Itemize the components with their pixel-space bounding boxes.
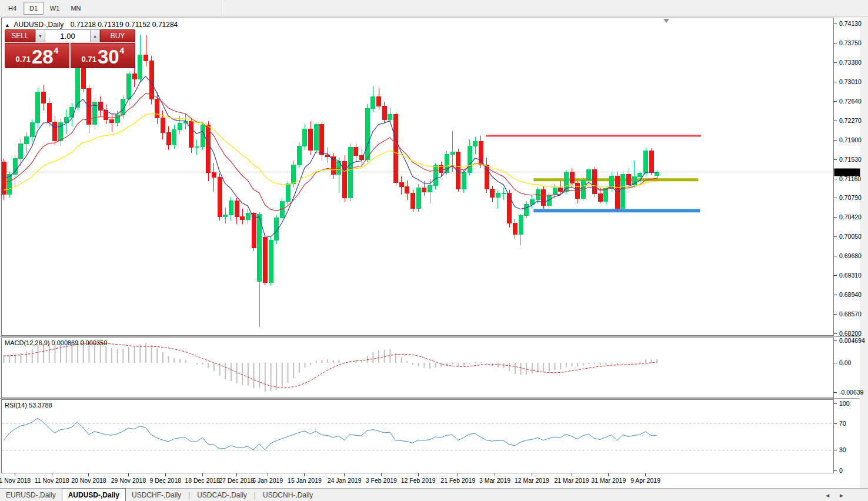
buy-price-button[interactable]: 0.71 30 4	[71, 43, 135, 68]
date-axis-label: 24 Jan 2019	[328, 477, 362, 484]
date-axis-label: 3 Feb 2019	[366, 477, 397, 484]
candle-body	[519, 215, 523, 234]
one-click-trading-panel: SELL ▼ ▲ BUY 0.71 28 4 0.71 30 4	[5, 29, 135, 68]
timeframe-button-mn[interactable]: MN	[66, 2, 86, 15]
timeframe-button-d1[interactable]: D1	[24, 2, 44, 15]
sell-price-pips: 28	[32, 48, 54, 66]
date-axis-label: 12 Feb 2019	[401, 477, 436, 484]
buy-price-point: 4	[120, 46, 125, 55]
date-axis-label: 18 Dec 2018	[185, 477, 220, 484]
tab-scroll-left-icon[interactable]: ◄	[824, 492, 830, 499]
macd-axis-label: 0.004694	[839, 337, 865, 344]
sell-price-point: 4	[54, 46, 59, 55]
tab-audusd[interactable]: AUDUSD-,Daily	[62, 488, 126, 501]
tab-usdchf[interactable]: USDCHF-,Daily	[126, 489, 187, 501]
toolbar-separator	[222, 2, 223, 15]
candle-body	[587, 170, 591, 181]
buy-price-pips: 30	[98, 48, 119, 66]
candle-body	[115, 115, 119, 123]
tab-usdcad[interactable]: USDCAD-,Daily	[191, 489, 253, 501]
rsi-axis-label: 100	[839, 400, 850, 407]
date-axis-label: 12 Mar 2019	[515, 477, 549, 484]
chart-title: ▲ AUDUSD-,Daily 0.71218 0.71319 0.71152 …	[5, 21, 178, 29]
candle-body	[348, 148, 352, 198]
buy-button[interactable]: BUY	[100, 29, 135, 42]
candle-body	[655, 172, 659, 176]
price-axis-label: 0.74130	[839, 20, 862, 27]
sell-price-prefix: 0.71	[16, 55, 31, 64]
candle-body	[542, 190, 546, 206]
candle-body	[47, 103, 51, 122]
candle-body	[405, 186, 409, 193]
candle-body	[416, 188, 420, 209]
candle-body	[513, 223, 517, 235]
candle-body	[559, 188, 563, 191]
candle-body	[354, 148, 358, 155]
candle-body	[132, 74, 136, 79]
date-axis-label: 21 Feb 2019	[440, 477, 475, 484]
sell-button[interactable]: SELL	[5, 29, 35, 42]
candle-body	[25, 137, 29, 144]
candle-body	[206, 125, 211, 172]
volume-input[interactable]	[45, 29, 90, 42]
candle-body	[212, 172, 216, 177]
date-axis-label: 9 Apr 2019	[630, 477, 660, 484]
candle-body	[314, 125, 318, 151]
candle-body	[292, 165, 296, 184]
price-axis-label: 0.71900	[839, 136, 862, 143]
candle-body	[30, 123, 34, 137]
candle-body	[161, 118, 165, 133]
tab-scroll-right-icon[interactable]: ►	[839, 492, 844, 499]
candle-body	[286, 184, 290, 201]
tab-eurusd[interactable]: EURUSD-,Daily	[0, 489, 62, 501]
candle-body	[598, 194, 602, 201]
candle-body	[593, 170, 597, 194]
candle-body	[269, 240, 273, 283]
timeframe-button-h4[interactable]: H4	[2, 2, 22, 15]
price-axis-label: 0.68940	[839, 291, 862, 298]
candle-body	[8, 175, 12, 195]
candle-body	[627, 174, 631, 185]
volume-decrease-button[interactable]: ▼	[35, 29, 45, 42]
candle-body	[303, 129, 307, 146]
candle-body	[604, 189, 608, 201]
tab-separator: |	[188, 491, 190, 499]
timeframe-toolbar: H4D1W1MN	[0, 0, 868, 16]
candle-body	[201, 125, 205, 146]
timeframe-button-w1[interactable]: W1	[45, 2, 65, 15]
volume-increase-button[interactable]: ▲	[90, 29, 100, 42]
price-axis-label: 0.72640	[839, 98, 862, 105]
candle-body	[433, 166, 438, 186]
tab-scroll-arrows: ◄►	[824, 492, 844, 499]
date-axis-label: 1 Nov 2018	[0, 477, 31, 484]
candle-body	[229, 201, 233, 215]
candle-body	[508, 193, 512, 223]
candle-body	[252, 213, 256, 248]
candle-body	[189, 121, 193, 147]
sell-price-button[interactable]: 0.71 28 4	[5, 43, 69, 68]
candle-body	[479, 142, 483, 165]
candle-body	[172, 129, 176, 145]
candle-body	[149, 61, 153, 99]
chevron-up-icon: ▲	[93, 34, 97, 38]
collapse-triangle-icon[interactable]: ▲	[5, 22, 10, 28]
symbol-tabbar: EURUSD-,DailyAUDUSD-,DailyUSDCHF-,Daily|…	[0, 488, 868, 501]
price-axis-label: 0.68200	[839, 330, 862, 337]
date-axis-label: 6 Jan 2019	[252, 477, 283, 484]
date-axis-label: 15 Jan 2019	[288, 477, 322, 484]
candle-body	[155, 99, 159, 118]
candle-body	[422, 188, 426, 192]
candle-body	[13, 158, 17, 175]
candle-body	[394, 115, 398, 183]
candle-body	[365, 108, 369, 159]
price-axis-label: 0.72270	[839, 117, 862, 124]
tab-usdcnh[interactable]: USDCNH-,Daily	[257, 489, 319, 501]
date-axis-label: 9 Dec 2018	[149, 477, 181, 484]
candle-body	[241, 216, 245, 219]
price-axis-label: 0.70050	[839, 233, 862, 240]
candle-body	[70, 107, 74, 117]
chart-canvas[interactable]: 0.741300.737500.733800.730100.726400.722…	[0, 0, 868, 501]
candle-body	[570, 172, 574, 183]
candle-body	[644, 151, 648, 173]
candle-body	[166, 133, 171, 145]
